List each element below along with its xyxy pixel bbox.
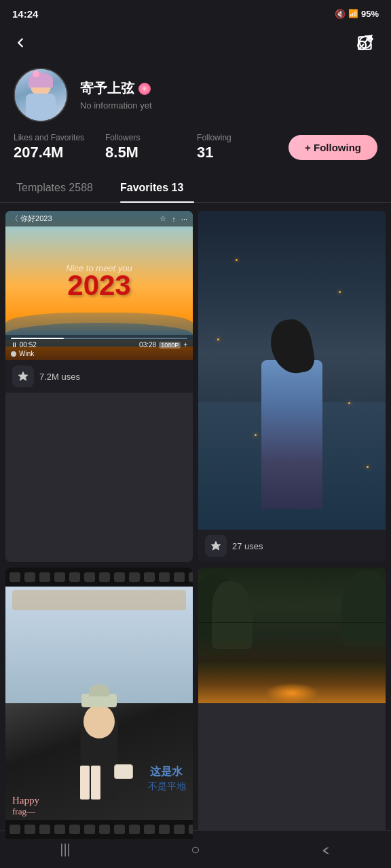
profile-info: 寄予上弦 ♀ No information yet bbox=[80, 79, 377, 111]
status-bar: 14:24 🔇 📶 95% bbox=[0, 0, 391, 24]
nav-back[interactable]: ‹ bbox=[305, 836, 346, 863]
following-label: Following bbox=[197, 133, 288, 142]
following-value: 31 bbox=[197, 144, 288, 161]
thumb1-year: 2023 bbox=[67, 269, 130, 302]
likes-label: Likes and Favorites bbox=[14, 133, 105, 142]
grid-item-2[interactable]: 27 uses bbox=[198, 211, 386, 562]
profile-bio: No information yet bbox=[80, 100, 377, 111]
status-icons: 🔇 📶 95% bbox=[335, 9, 379, 19]
nav-home[interactable]: ○ bbox=[175, 836, 216, 863]
tab-favorites[interactable]: Favorites 13 bbox=[117, 175, 194, 202]
likes-value: 207.4M bbox=[14, 144, 105, 161]
share-button[interactable] bbox=[352, 29, 379, 56]
back-button[interactable] bbox=[7, 29, 34, 56]
item-footer-1: 7.2M uses bbox=[5, 360, 193, 393]
profile-section: 寄予上弦 ♀ No information yet bbox=[0, 61, 391, 133]
uses-label-1: 7.2M uses bbox=[39, 372, 80, 382]
video-controls-1: ⏸ 00:52 03:28 1080P + Wink bbox=[5, 335, 193, 360]
verified-badge: ♀ bbox=[138, 83, 151, 95]
avatar bbox=[14, 68, 68, 122]
tab-templates[interactable]: Templates 2588 bbox=[14, 175, 104, 202]
profile-name: 寄予上弦 ♀ bbox=[80, 79, 377, 98]
svg-marker-1 bbox=[18, 372, 27, 380]
stat-followers: Followers 8.5M bbox=[105, 133, 197, 161]
stats-row: Likes and Favorites 207.4M Followers 8.5… bbox=[0, 133, 391, 175]
uses-label-2: 27 uses bbox=[232, 541, 263, 551]
star-button-2[interactable] bbox=[205, 535, 227, 557]
grid-item-1[interactable]: 〈 你好2023 ☆ ↑ ··· Nice to meet you 2023 ⏸… bbox=[5, 211, 193, 562]
followers-value: 8.5M bbox=[105, 144, 197, 161]
mute-icon: 🔇 bbox=[335, 9, 346, 19]
grid-item-4[interactable] bbox=[198, 568, 386, 868]
top-nav bbox=[0, 24, 391, 61]
tabs-bar: Templates 2588 Favorites 13 bbox=[0, 175, 391, 203]
star-button-1[interactable] bbox=[12, 366, 34, 387]
stat-following: Following 31 bbox=[197, 133, 288, 161]
status-time: 14:24 bbox=[12, 8, 38, 20]
content-grid: 〈 你好2023 ☆ ↑ ··· Nice to meet you 2023 ⏸… bbox=[0, 211, 391, 868]
film-strip-bottom bbox=[5, 820, 193, 839]
signal-icon: 📶 bbox=[348, 9, 358, 18]
stat-likes: Likes and Favorites 207.4M bbox=[14, 133, 105, 161]
followers-label: Followers bbox=[105, 133, 197, 142]
film-strip-top bbox=[5, 568, 193, 587]
follow-button[interactable]: + Following bbox=[288, 135, 377, 160]
item-footer-2: 27 uses bbox=[198, 530, 386, 562]
nav-recent-apps[interactable]: ||| bbox=[45, 836, 86, 863]
svg-marker-2 bbox=[211, 541, 220, 550]
grid-item-3[interactable]: 这是水 不是平地 Happy frag— bbox=[5, 568, 193, 868]
video-overlay-1: 〈 你好2023 ☆ ↑ ··· bbox=[5, 211, 193, 226]
battery-icon: 95% bbox=[361, 9, 379, 19]
